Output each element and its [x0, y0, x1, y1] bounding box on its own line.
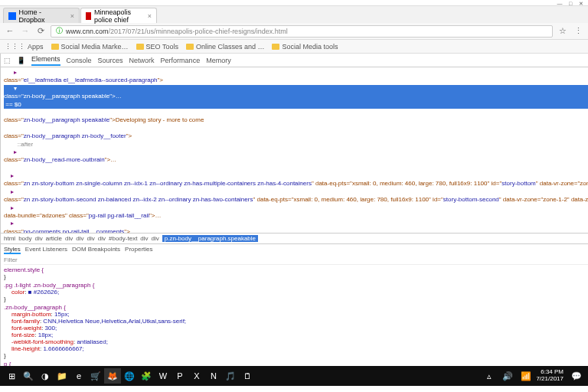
tab-console[interactable]: Console: [67, 57, 92, 64]
css-value[interactable]: CNN,Helvetica Neue,Helvetica,Arial,Utkal…: [43, 318, 186, 325]
tray-icon[interactable]: ▵: [481, 368, 498, 384]
dom-node[interactable]: ▾class="zn-body__paragraph speakable">… …: [4, 85, 588, 109]
css-prop[interactable]: font-size: [4, 332, 34, 338]
css-selector: .zn-body__paragraph {: [4, 304, 66, 311]
inspect-icon[interactable]: ⬚: [4, 57, 11, 64]
css-prop[interactable]: margin-bottom: [4, 311, 51, 318]
tab-styles[interactable]: Styles: [4, 246, 21, 254]
bookmark-item[interactable]: Social Media tools: [272, 43, 338, 51]
taskbar-app[interactable]: N: [205, 368, 222, 384]
css-prop[interactable]: font-family: [4, 318, 40, 325]
taskbar-app[interactable]: 📁: [54, 368, 70, 384]
bookmarks-bar: ⋮⋮⋮Apps Social Media Marke… SEO Tools On…: [0, 40, 588, 54]
dom-node[interactable]: ▸class="zn zn-story-bottom zn-single-col…: [4, 172, 588, 188]
bookmark-item[interactable]: Online Classes and …: [186, 43, 265, 51]
menu-icon[interactable]: ⋮: [573, 26, 583, 37]
dom-node[interactable]: class="zn-body__paragraph speakable">Dev…: [4, 109, 588, 125]
css-value[interactable]: 15px;: [54, 311, 70, 318]
tab-network[interactable]: Network: [129, 57, 155, 64]
css-brace: }: [4, 296, 6, 302]
css-prop[interactable]: font-weight: [4, 325, 41, 332]
tray-icon[interactable]: 📶: [518, 368, 534, 384]
css-value[interactable]: ■ #262626;: [28, 289, 59, 296]
dom-node[interactable]: [4, 165, 588, 172]
dom-node[interactable]: ▸class="zn zn-story-bottom-second zn-bal…: [4, 188, 588, 204]
tab-elements[interactable]: Elements: [31, 55, 60, 66]
taskbar-app[interactable]: 🔍: [20, 368, 37, 384]
url-input[interactable]: ⓘ www.cnn.com /2017/07/21/us/minneapolis…: [51, 25, 553, 38]
reload-button[interactable]: ⟳: [35, 26, 46, 37]
crumb-item[interactable]: div: [65, 235, 73, 242]
crumb-item[interactable]: article: [46, 235, 62, 242]
folder-icon: [136, 44, 144, 50]
crumb-item[interactable]: div: [76, 235, 83, 242]
crumb-item[interactable]: div: [140, 235, 148, 242]
star-icon[interactable]: ☆: [557, 26, 568, 37]
dom-node[interactable]: class="zn-body__paragraph zn-body__foote…: [4, 125, 588, 141]
taskbar-app[interactable]: 🌐: [121, 368, 138, 384]
crumb-item[interactable]: div: [87, 235, 95, 242]
window-maximize[interactable]: □: [567, 1, 574, 5]
dom-breadcrumb[interactable]: htmlbodydivarticledivdivdivdiv#body-text…: [1, 233, 588, 243]
bookmark-item[interactable]: Social Media Marke…: [51, 43, 129, 51]
taskbar-app[interactable]: W: [155, 368, 172, 384]
url-path: /2017/07/21/us/minneapolis-police-chief-…: [109, 28, 288, 35]
css-prop[interactable]: -webkit-font-smoothing: [4, 338, 74, 345]
back-button[interactable]: ←: [5, 26, 15, 37]
css-value[interactable]: 1.6666666667;: [43, 345, 83, 352]
bookmark-item[interactable]: SEO Tools: [136, 43, 178, 51]
tab-sources[interactable]: Sources: [98, 57, 123, 64]
tab-performance[interactable]: Performance: [161, 57, 201, 64]
crumb-item[interactable]: html: [4, 235, 15, 242]
styles-filter[interactable]: Filter: [4, 256, 18, 263]
crumb-item[interactable]: div: [98, 235, 106, 242]
dom-node[interactable]: ▸class="el__leafmedia el__leafmedia--sou…: [4, 69, 588, 85]
taskbar-app[interactable]: 🛒: [87, 368, 104, 384]
close-icon[interactable]: ×: [70, 12, 74, 20]
tab-cnn[interactable]: Minneapolis police chief ×: [80, 8, 157, 23]
taskbar-app[interactable]: e: [70, 368, 87, 384]
folder-icon: [272, 44, 279, 50]
device-icon[interactable]: 📱: [17, 57, 25, 64]
taskbar-app[interactable]: ⊞: [3, 368, 20, 384]
tab-event-listeners[interactable]: Event Listeners: [25, 246, 67, 254]
taskbar-app[interactable]: 🧩: [138, 368, 155, 384]
css-value[interactable]: 18px;: [38, 332, 54, 338]
taskbar-app[interactable]: ◑: [37, 368, 54, 384]
taskbar-app[interactable]: P: [172, 368, 188, 384]
css-value[interactable]: 300;: [45, 325, 57, 332]
folder-icon: [51, 44, 59, 50]
notifications-icon[interactable]: 💬: [568, 368, 585, 384]
styles-pane[interactable]: Styles Event Listeners DOM Breakpoints P…: [1, 244, 588, 366]
tab-memory[interactable]: Memory: [206, 57, 231, 64]
dom-node[interactable]: ▸class="pg-comments pg-rail-tall__commen…: [4, 220, 588, 233]
tab-properties[interactable]: Properties: [125, 246, 152, 254]
taskbar-clock[interactable]: 6:34 PM 7/21/2017: [536, 369, 567, 383]
crumb-item[interactable]: div: [34, 235, 42, 242]
dom-tree[interactable]: ▸class="el__leafmedia el__leafmedia--sou…: [1, 67, 588, 233]
tab-dropbox[interactable]: Home - Dropbox ×: [3, 8, 80, 23]
crumb-item[interactable]: body: [18, 235, 31, 242]
tray-icon[interactable]: 🔊: [499, 368, 516, 384]
css-prop[interactable]: line-height: [4, 345, 40, 352]
css-value[interactable]: antialiased;: [77, 338, 107, 345]
dom-node[interactable]: ▸data-bundle="adzones" class="pg-rail pg…: [4, 204, 588, 220]
url-host: www.cnn.com: [66, 28, 109, 35]
css-prop[interactable]: color: [4, 289, 24, 296]
dom-node[interactable]: ▸class="zn-body__read-more-outbrain">…: [4, 149, 588, 165]
crumb-item[interactable]: div: [152, 235, 159, 242]
bookmark-apps[interactable]: ⋮⋮⋮Apps: [5, 43, 44, 51]
crumb-item[interactable]: #body-text: [109, 235, 137, 242]
close-icon[interactable]: ×: [148, 12, 152, 20]
taskbar-app[interactable]: 🗒: [239, 368, 256, 384]
taskbar-app[interactable]: X: [188, 368, 205, 384]
tab-dom-breakpoints[interactable]: DOM Breakpoints: [72, 246, 120, 254]
tab-label: Minneapolis police chief: [94, 8, 145, 24]
window-minimize[interactable]: —: [556, 1, 564, 5]
taskbar-app[interactable]: 🎵: [222, 368, 239, 384]
taskbar-app[interactable]: 🦊: [104, 368, 121, 384]
crumb-item-selected[interactable]: p.zn-body__paragraph.speakable: [162, 235, 258, 242]
window-close[interactable]: ✕: [577, 1, 585, 5]
dom-node[interactable]: ::after: [4, 141, 588, 149]
info-icon: ⓘ: [56, 26, 63, 36]
